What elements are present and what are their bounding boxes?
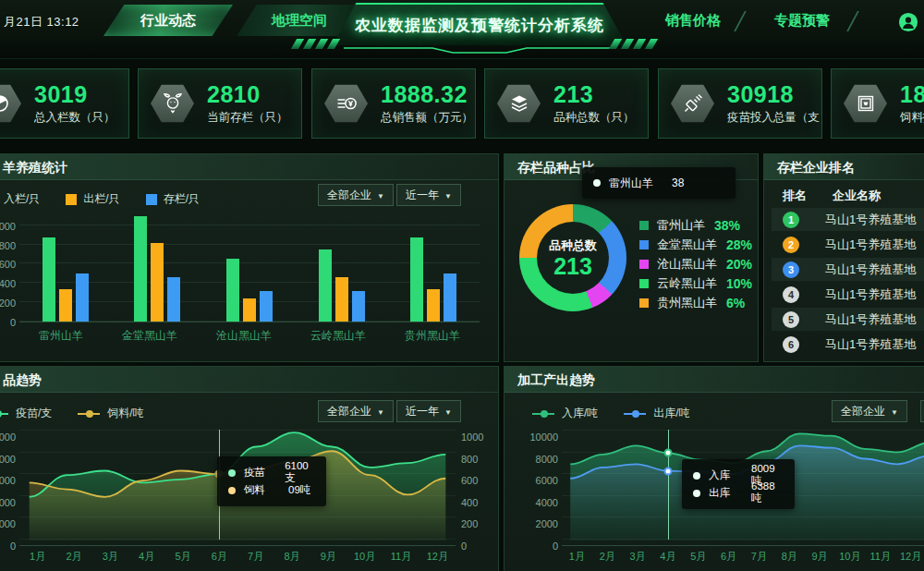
legend-item: 饲料/吨 (78, 406, 143, 421)
legend-label: 存栏/只 (164, 191, 200, 207)
x-axis-month: 4月 (128, 550, 164, 564)
kpi-label: 总销售额（万元） (381, 110, 473, 126)
panel-title: 加工产出趋势 (505, 367, 924, 393)
y-axis-tick: 600 (461, 475, 478, 486)
x-axis-month: 12月 (419, 550, 456, 564)
donut-chart[interactable]: 品种总数 213 (519, 204, 626, 311)
tooltip-value: 6100支 (285, 460, 315, 485)
bar-入栏/只[interactable] (410, 237, 423, 322)
legend-label: 入栏/只 (4, 191, 40, 207)
bar-出栏/只[interactable] (151, 243, 164, 322)
legend-dot (86, 410, 93, 418)
time-range-dropdown[interactable]: 近一年▼ (396, 184, 461, 206)
enterprise-name: 马山1号养殖基地 (825, 237, 916, 253)
hover-dot (664, 449, 673, 457)
line-legend: 入库/吨 出库/吨 (532, 406, 716, 421)
legend-item: 疫苗/支 (0, 406, 52, 421)
chevron-down-icon: ▼ (891, 408, 898, 417)
x-axis-month: 6月 (713, 550, 744, 564)
legend-swatch (639, 279, 649, 288)
bar-存栏/只[interactable] (76, 273, 89, 322)
bar-出栏/只[interactable] (243, 298, 256, 322)
panel-title: 品趋势 (0, 367, 498, 393)
x-axis-month: 12月 (895, 550, 924, 564)
coins-yuan-icon (324, 82, 368, 126)
bar-group (134, 216, 180, 322)
bar-存栏/只[interactable] (260, 291, 273, 322)
legend-item: 出库/吨 (624, 406, 689, 421)
y-axis-tick: 0 (10, 317, 16, 328)
kpi-card-total-sales: 1888.32 总销售额（万元） (311, 68, 476, 139)
legend-label: 金堂黑山羊 (657, 237, 717, 253)
user-avatar-icon[interactable] (898, 12, 918, 32)
nav-tab-industry-news[interactable]: 行业动态 (103, 5, 233, 36)
ranking-table-header: 排名 企业名称 (764, 188, 924, 204)
dropdown-value: 全部企业 (327, 188, 371, 201)
rank-badge: 4 (783, 286, 799, 303)
legend-dot (0, 410, 2, 418)
kpi-value: 1888.32 (381, 82, 473, 107)
line-gridline (562, 452, 924, 453)
chevron-down-icon: ▼ (377, 192, 384, 200)
enterprise-filter-dropdown[interactable]: 全部企业▼ (318, 400, 394, 422)
panel-breed-ratio: 存栏品种占比 品种总数 213 雷州山羊38%金堂黑山羊28%沧山黑山羊20%云… (504, 153, 759, 362)
nav-tab-topic-warning[interactable]: 专题预警 (758, 5, 846, 36)
donut-legend-item: 贵州黑山羊6% (639, 293, 752, 312)
enterprise-filter-dropdown[interactable]: 全部企业▼ (832, 400, 907, 422)
panel-enterprise-ranking: 存栏企业排名 排名 企业名称 1马山1号养殖基地2马山1号养殖基地3马山1号养殖… (763, 153, 924, 362)
y-axis-tick: 600 (0, 259, 16, 270)
bar-存栏/只[interactable] (352, 291, 365, 322)
time-range-dropdown[interactable]: 近一年▼ (920, 400, 924, 422)
bar-入栏/只[interactable] (319, 249, 332, 322)
donut-tooltip: 雷州山羊 38 (582, 167, 736, 199)
donut-center: 品种总数 213 (537, 222, 609, 294)
bar-入栏/只[interactable] (226, 259, 239, 322)
x-axis-category: 沧山黑山羊 (216, 328, 272, 344)
x-axis-month: 9月 (310, 550, 346, 564)
ranking-row: 3马山1号养殖基地 (772, 258, 924, 281)
nav-tab-sale-price[interactable]: 销售价格 (649, 5, 737, 36)
rank-badge: 3 (783, 261, 799, 278)
x-axis-month: 9月 (805, 550, 835, 564)
layers-icon (497, 82, 541, 126)
kpi-card-total-in: 3019 总入栏数（只） (0, 68, 129, 139)
legend-swatch (66, 194, 77, 205)
bar-存栏/只[interactable] (167, 277, 180, 322)
enterprise-filter-dropdown[interactable]: 全部企业▼ (318, 184, 394, 206)
x-axis-month: 7月 (744, 550, 774, 564)
kpi-value: 213 (553, 82, 635, 107)
tooltip-series-name: 饲料 (244, 483, 275, 497)
line-chart-x-axis: 1月2月3月4月5月6月7月8月9月10月11月12月 (19, 550, 456, 564)
system-title-banner: 农业数据监测及预警统计分析系统 (333, 3, 626, 45)
x-axis-month: 10月 (346, 550, 383, 564)
legend-label: 出栏/只 (83, 191, 119, 207)
y-axis-tick: 400 (461, 497, 478, 508)
x-axis-month: 5月 (683, 550, 713, 564)
bar-入栏/只[interactable] (43, 237, 55, 322)
y-axis-tick: 4000 (536, 497, 558, 508)
y-axis-tick: 0 (10, 541, 16, 552)
tooltip-dot-icon (228, 487, 236, 494)
bar-出栏/只[interactable] (335, 277, 348, 322)
bar-存栏/只[interactable] (444, 273, 456, 322)
bar-出栏/只[interactable] (427, 289, 440, 322)
tooltip-series-name: 入库 (709, 468, 738, 482)
line-chart-plot[interactable]: 入库8009吨 出库6388吨 (562, 426, 924, 546)
donut-legend-item: 金堂黑山羊28% (639, 235, 752, 254)
x-axis-month: 8月 (274, 550, 310, 564)
line-gridline (19, 452, 456, 453)
y-axis-tick: 400 (0, 278, 16, 289)
bar-出栏/只[interactable] (59, 289, 72, 322)
column-header-name: 企业名称 (833, 188, 881, 204)
legend-label: 疫苗/支 (16, 406, 52, 421)
bar-chart-plot[interactable] (19, 212, 480, 322)
time-range-dropdown[interactable]: 近一年▼ (396, 400, 461, 422)
legend-label: 云岭黑山羊 (657, 275, 717, 292)
x-axis-month: 3月 (623, 550, 653, 564)
kpi-card-current-stock: 2810 当前存栏（只） (138, 68, 302, 139)
bar-入栏/只[interactable] (134, 216, 147, 322)
line-chart-plot[interactable]: 疫苗6100支 饲料09吨 (19, 426, 456, 546)
kpi-label: 疫苗投入总量（支） (727, 110, 821, 126)
line-gridline (19, 539, 456, 540)
legend-line-marker (532, 413, 554, 415)
